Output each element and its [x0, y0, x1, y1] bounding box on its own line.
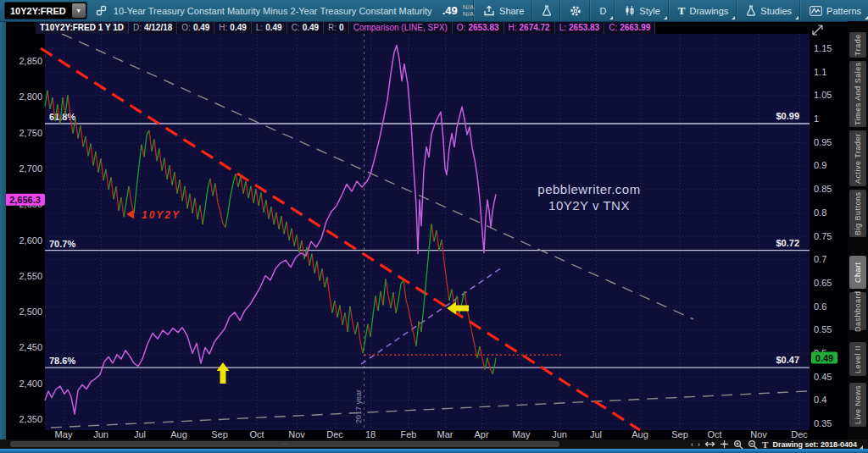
right-axis-tick: 0.6	[814, 301, 826, 312]
style-button[interactable]: Style	[615, 0, 668, 21]
right-axis-tick: 0.8	[814, 207, 826, 218]
series-label-10y2y: 10Y2Y	[142, 209, 181, 221]
x-axis-month-label: Jul	[134, 429, 146, 439]
fib-price-label: $0.99	[776, 111, 799, 121]
year-divider-label: 2017 year	[354, 389, 363, 423]
timeframe-button[interactable]: D	[590, 0, 615, 21]
right-axis-tick: 0.4	[814, 395, 826, 405]
sidebar-tab-active-trader[interactable]: Active Trader	[849, 130, 866, 186]
x-axis-month-label: Aug	[170, 429, 187, 439]
right-axis-tick: 0.9	[814, 160, 826, 170]
x-axis-month-label: Apr	[474, 429, 488, 439]
right-axis-tick: 1.15	[814, 43, 832, 53]
share-icon	[483, 5, 495, 16]
right-axis-tick: 0.45	[814, 372, 832, 382]
ohlc-field: R:0	[324, 21, 349, 34]
left-axis-tick: 2,400	[19, 378, 42, 389]
candlestick-icon	[624, 5, 635, 16]
x-axis-month-label: Nov	[750, 429, 767, 439]
zoom-out-icon[interactable]	[748, 439, 758, 450]
studies-flask-icon	[746, 5, 756, 16]
sidebar-tab-times-and-sales[interactable]: Times And Sales	[849, 61, 866, 127]
right-axis-tick: 1.05	[814, 90, 832, 100]
horizontal-expand-icon[interactable]	[704, 440, 715, 448]
ohlc-field: O:0.49	[177, 21, 214, 34]
x-axis-month-label: Jun	[552, 429, 567, 439]
right-axis-tick: 0.95	[814, 137, 832, 147]
left-axis-tick: 2,500	[19, 307, 42, 317]
sidebar-tab-level-ii[interactable]: Level II	[849, 342, 866, 376]
zoom-in-icon[interactable]	[733, 439, 743, 450]
time-scrollbar-thumb[interactable]: ··	[10, 441, 559, 447]
sidebar-tab-live-news[interactable]: Live News	[849, 383, 866, 427]
scroll-left-icon[interactable]: ‹	[691, 440, 693, 449]
fib-percent-label: 61.8%	[49, 112, 75, 122]
pan-icon[interactable]	[720, 439, 729, 449]
x-axis-month-label: Sep	[211, 429, 228, 439]
x-axis-month-label: Dec	[326, 429, 343, 439]
comparison-ohlc-field: L:2653.83	[555, 21, 605, 34]
share-button[interactable]: Share	[474, 0, 532, 21]
right-axis-tick: 0.35	[814, 418, 832, 428]
left-axis-tick: 2,550	[19, 271, 42, 281]
right-axis-tick: 1.1	[814, 67, 826, 77]
watermark-line2: 10Y2Y v TNX	[548, 198, 630, 213]
symbol-text: 10Y2Y:FRED	[5, 6, 71, 16]
comparison-label-segment: Comparison (LINE, SPX)	[349, 21, 453, 34]
patterns-button[interactable]: Patterns	[800, 0, 868, 21]
ohlc-field: L:0.49	[252, 21, 287, 34]
text-note-icon[interactable]: T	[762, 439, 768, 450]
x-axis-month-label: Dec	[791, 429, 808, 439]
flask-icon	[542, 5, 552, 16]
spx-price-badge-text: 2,656.3	[9, 195, 41, 205]
right-axis-tick: 0.85	[814, 184, 832, 194]
x-axis-month-label: Mar	[437, 429, 453, 439]
right-axis-tick: 0.65	[814, 278, 832, 288]
symbol-dropdown-button[interactable]: ▼	[72, 3, 86, 18]
top-toolbar: 10Y2Y:FRED ▼ 10-Year Treasury Constant M…	[0, 0, 868, 22]
x-axis-month-label: Sep	[671, 429, 688, 439]
chart-plot-area[interactable]	[45, 34, 810, 430]
wave-pattern-icon	[810, 6, 822, 16]
last-value: .49	[442, 4, 458, 17]
window-left-edge	[0, 21, 6, 449]
t10y2y-price-badge-text: 0.49	[815, 353, 833, 363]
gear-icon	[570, 5, 581, 17]
scroll-right-icon[interactable]: ›	[698, 440, 700, 449]
sidebar-tab-dashboard[interactable]: Dashboard	[849, 292, 866, 330]
left-axis-tick: 2,350	[19, 414, 42, 424]
app-window: { "toolbar": { "symbol": "10Y2Y:FRED", "…	[0, 0, 868, 453]
analysis-tools-button[interactable]	[532, 0, 560, 21]
fib-percent-label: 70.7%	[49, 239, 75, 249]
left-axis-tick: 2,700	[19, 163, 42, 174]
chart-status-bar: T10Y2Y:FRED 1 Y 1DD:4/12/18O:0.49H:0.49L…	[36, 21, 655, 34]
drawings-button[interactable]: T Drawings	[669, 0, 737, 21]
watermark-line1: pebblewriter.com	[537, 182, 640, 196]
chart-link-icon[interactable]	[96, 5, 107, 16]
change-values: N/AN/A	[463, 4, 474, 18]
comparison-ohlc-field: C:2663.99	[604, 21, 655, 34]
x-axis-month-label: May	[513, 429, 531, 439]
ohlc-field: C:0.49	[287, 21, 324, 34]
x-axis-month-label: 18	[365, 429, 376, 439]
right-axis-tick: 0.55	[814, 324, 832, 334]
settings-button[interactable]	[560, 0, 590, 21]
sidebar-tab-chart[interactable]: Chart	[849, 256, 866, 289]
right-axis-tick: 0.7	[814, 254, 826, 264]
left-axis-tick: 2,450	[19, 342, 42, 352]
comparison-ohlc-field: H:2674.72	[504, 21, 555, 34]
axis-expand-icon[interactable]	[813, 25, 822, 35]
drawing-set-selector[interactable]: Drawing set: 2018-0404	[772, 440, 863, 449]
right-sidebar: TradeTimes And SalesActive TraderBig But…	[848, 21, 868, 449]
chart-canvas[interactable]: 2017 year61.8%$0.9970.7%$0.7278.6%$0.47p…	[0, 0, 868, 453]
studies-button[interactable]: Studies	[737, 0, 800, 21]
ohlc-field: H:0.49	[214, 21, 251, 34]
symbol-selector[interactable]: 10Y2Y:FRED ▼	[4, 2, 87, 19]
comparison-ohlc-field: O:2653.83	[453, 21, 504, 34]
left-axis-tick: 2,800	[19, 91, 42, 102]
sidebar-tab-trade[interactable]: Trade	[849, 32, 866, 58]
x-axis-month-label: Aug	[632, 429, 648, 439]
sidebar-tab-big-buttons[interactable]: Big Buttons	[849, 190, 866, 237]
chart-title-segment: T10Y2Y:FRED 1 Y 1D	[36, 21, 129, 34]
fib-percent-label: 78.6%	[49, 356, 75, 366]
